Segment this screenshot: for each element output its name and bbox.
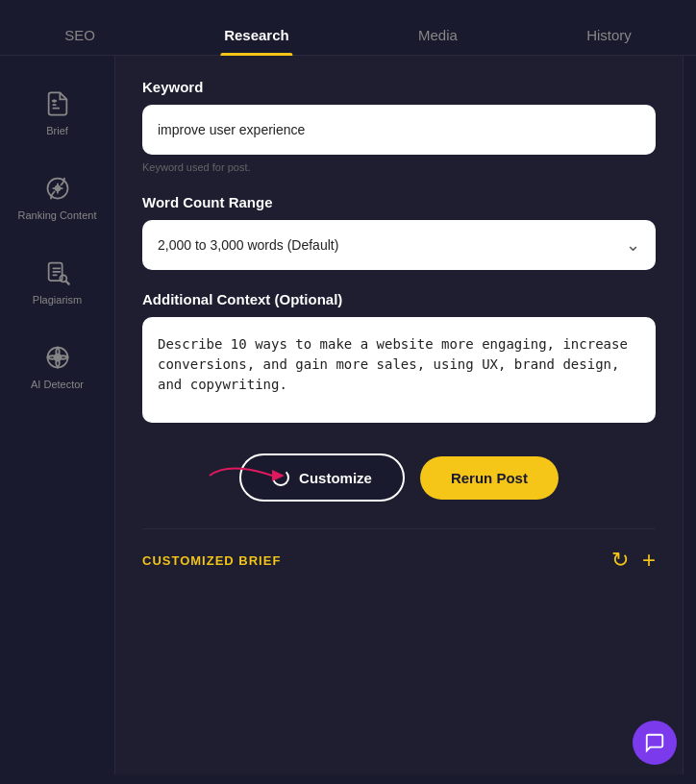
chat-button[interactable] [633,721,677,765]
arrow-svg [200,456,286,495]
keyword-label: Keyword [142,79,656,95]
ai-detector-icon [42,342,73,373]
sidebar-item-ai-detector[interactable]: AI Detector [0,329,114,404]
right-edge [683,56,696,774]
ranking-svg [44,175,71,202]
plagiarism-icon [42,257,73,288]
main-layout: Brief Ranking Content [0,56,696,774]
word-count-wrapper: 2,000 to 3,000 words (Default) 500 to 1,… [142,220,656,270]
sidebar-item-brief[interactable]: Brief [0,75,114,150]
additional-context-textarea[interactable]: Describe 10 ways to make a website more … [142,317,656,423]
sidebar-label-ranking: Ranking Content [18,209,97,221]
plagiarism-svg [44,259,71,286]
refresh-icon[interactable]: ↻ [611,548,629,573]
content-area: Keyword Keyword used for post. Word Coun… [115,56,683,774]
bottom-section: CUSTOMIZED BRIEF ↻ + [142,528,656,574]
sidebar-label-ai-detector: AI Detector [31,379,84,390]
ai-detector-svg [44,344,71,371]
add-icon[interactable]: + [642,547,656,574]
sidebar-item-ranking[interactable]: Ranking Content [0,159,114,234]
customized-brief-label: CUSTOMIZED BRIEF [142,553,281,568]
sidebar: Brief Ranking Content [0,56,115,774]
sidebar-item-plagiarism[interactable]: Plagiarism [0,244,114,319]
word-count-select[interactable]: 2,000 to 3,000 words (Default) 500 to 1,… [142,220,656,270]
additional-context-label: Additional Context (Optional) [142,291,656,307]
keyword-input[interactable] [142,105,656,155]
sidebar-label-plagiarism: Plagiarism [33,294,82,306]
buttons-row: Customize Rerun Post [142,453,656,502]
nav-history[interactable]: History [567,15,651,55]
sidebar-label-brief: Brief [46,125,68,136]
rerun-button[interactable]: Rerun Post [420,456,559,500]
additional-context-section: Additional Context (Optional) Describe 1… [142,291,656,427]
brief-svg [44,90,71,117]
keyword-hint: Keyword used for post. [142,161,656,173]
nav-research[interactable]: Research [205,15,309,55]
nav-media[interactable]: Media [399,15,477,55]
bottom-actions: ↻ + [611,547,656,574]
brief-icon [42,88,73,119]
chat-icon [644,732,665,753]
word-count-section: Word Count Range 2,000 to 3,000 words (D… [142,194,656,270]
keyword-section: Keyword Keyword used for post. [142,79,656,173]
svg-line-10 [65,282,68,284]
top-navigation: SEO Research Media History [0,0,696,56]
nav-seo[interactable]: SEO [45,15,114,55]
ranking-icon [42,173,73,204]
customize-label: Customize [299,470,372,486]
svg-marker-13 [272,470,285,481]
word-count-label: Word Count Range [142,194,656,210]
arrow-annotation [200,456,286,499]
